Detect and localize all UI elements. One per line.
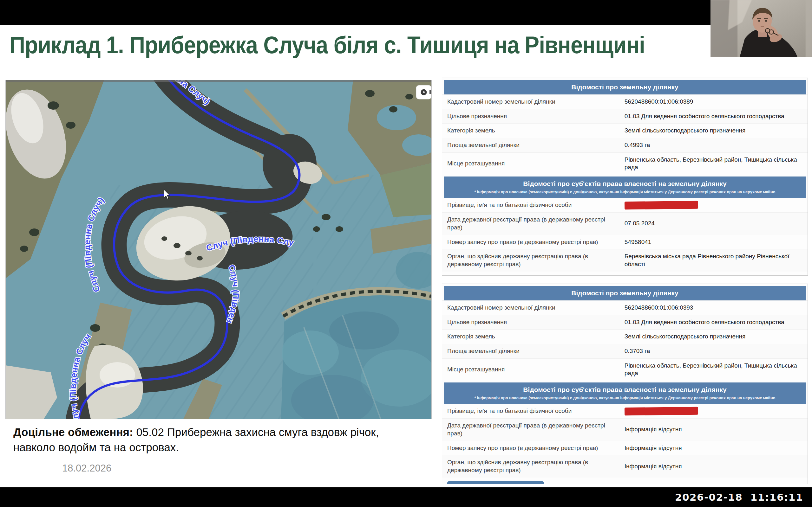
map-caption: Доцільне обмеження: 05.02 Прибережна зах… [13, 425, 385, 455]
row-label: Категорія земель [447, 333, 621, 341]
owners-header-title: Відомості про суб'єктів права власності … [523, 180, 726, 187]
info-row: Місце розташування Рівненська область, Б… [442, 358, 808, 381]
info-row: Кадастровий номер земельної ділянки 5620… [442, 300, 808, 315]
info-row: Орган, що здійснив державну реєстрацію п… [442, 455, 808, 477]
download-pdf-button[interactable]: Завантажити документ в PDF [447, 275, 544, 276]
owners-header-note: * Інформація про власника (землекористув… [447, 396, 803, 400]
owners-header: Відомості про суб'єктів права власності … [444, 176, 806, 198]
row-value: 0.4993 га [621, 141, 803, 149]
info-row: Кадастровий номер земельної ділянки 5620… [442, 95, 808, 109]
owners-header-title: Відомості про суб'єктів права власності … [523, 386, 726, 393]
row-value: Інформація відсутня [621, 444, 803, 452]
info-row: Орган, що здійснив державну реєстрацію п… [442, 249, 808, 271]
slide-date: 18.02.2026 [62, 463, 111, 474]
row-label: Кадастровий номер земельної ділянки [447, 98, 621, 106]
row-value: 0.3703 га [621, 347, 803, 355]
info-row: Номер запису про право (в державному реє… [442, 441, 808, 455]
row-value [621, 407, 803, 415]
row-value [621, 201, 803, 209]
row-label: Орган, що здійснив державну реєстрацію п… [447, 252, 621, 268]
screen: Приклад 1. Прибережка Случа біля с. Тиши… [0, 0, 812, 507]
row-value: Землі сільськогосподарського призначення [621, 333, 803, 341]
row-label: Площа земельної ділянки [447, 347, 621, 355]
info-row: Цільове призначення 01.03 Для ведення ос… [442, 109, 808, 124]
info-row: Прізвище, ім'я та по батькові фізичної о… [442, 404, 808, 418]
row-label: Прізвище, ім'я та по батькові фізичної о… [447, 201, 621, 209]
info-row: Категорія земель Землі сільськогосподарс… [442, 329, 808, 344]
row-value: 54958041 [621, 238, 803, 246]
row-label: Категорія земель [447, 127, 621, 135]
presentation-slide: Приклад 1. Прибережка Случа біля с. Тиши… [0, 25, 812, 487]
row-label: Місце розташування [447, 366, 621, 374]
row-value: 07.05.2024 [621, 220, 803, 228]
row-label: Площа земельної ділянки [447, 141, 621, 149]
row-label: Цільове призначення [447, 112, 621, 120]
row-value: 01.03 Для ведення особистого селянського… [621, 319, 803, 326]
redaction-bar [624, 407, 698, 416]
caption-bold: Доцільне обмеження: [13, 426, 133, 438]
row-label: Номер запису про право (в державному реє… [447, 238, 621, 246]
webcam-video [711, 0, 812, 57]
info-row: Площа земельної ділянки 0.3703 га [442, 344, 808, 358]
slide-title: Приклад 1. Прибережка Случа біля с. Тиши… [9, 31, 752, 59]
row-label: Орган, що здійснив державну реєстрацію п… [447, 458, 621, 474]
row-label: Прізвище, ім'я та по батькові фізичної о… [447, 407, 621, 415]
parcel-info-panel-1: Відомості про земельну ділянку Кадастров… [442, 78, 808, 276]
map-top-shadow [6, 80, 432, 82]
row-value: Землі сільськогосподарського призначення [621, 127, 803, 135]
row-value: 5620488600:01:006:0393 [621, 304, 803, 312]
row-label: Кадастровий номер земельної ділянки [447, 304, 621, 312]
info-row: Номер запису про право (в державному реє… [442, 235, 808, 249]
panel-header: Відомості про земельну ділянку [444, 80, 806, 95]
info-row: Категорія земель Землі сільськогосподарс… [442, 123, 808, 138]
row-value: 01.03 Для ведення особистого селянського… [621, 112, 803, 120]
info-row: Площа земельної ділянки 0.4993 га [442, 138, 808, 153]
row-label: Номер запису про право (в державному реє… [447, 444, 621, 452]
row-value: Інформація відсутня [621, 426, 803, 434]
row-value: Березнівська міська рада Рівненського ра… [621, 252, 803, 268]
redaction-bar [624, 201, 698, 210]
row-label: Дата державної реєстрації права (в держа… [447, 216, 621, 231]
satellite-map[interactable]: (Південна Случ) Случ (Південна Случ) Слу… [6, 80, 432, 419]
info-row: Дата державної реєстрації права (в держа… [442, 418, 808, 441]
panel-header: Відомості про земельну ділянку [444, 286, 806, 300]
owners-header-note: * Інформація про власника (землекористув… [447, 190, 803, 194]
download-pdf-button[interactable]: Завантажити документ в PDF [447, 481, 544, 484]
row-value: Рівненська область, Березнівський район,… [621, 362, 803, 377]
info-row: Прізвище, ім'я та по батькові фізичної о… [442, 198, 808, 212]
info-row: Цільове призначення 01.03 Для ведення ос… [442, 315, 808, 330]
top-black-bar [0, 0, 812, 25]
info-row: Дата державної реєстрації права (в держа… [442, 212, 808, 234]
row-label: Цільове призначення [447, 319, 621, 326]
row-value: 5620488600:01:006:0389 [621, 98, 803, 106]
row-value: Інформація відсутня [621, 463, 803, 470]
parcel-info-panel-2: Відомості про земельну ділянку Кадастров… [442, 284, 808, 484]
row-label: Місце розташування [447, 160, 621, 168]
bottom-black-bar: 2026-02-18 11:16:11 [0, 487, 812, 507]
map-locate-button[interactable] [416, 85, 432, 99]
row-label: Дата державної реєстрації права (в держа… [447, 422, 621, 437]
owners-header: Відомості про суб'єктів права власності … [444, 383, 806, 404]
info-row: Місце розташування Рівненська область, Б… [442, 153, 808, 175]
recording-timestamp: 2026-02-18 11:16:11 [675, 492, 803, 503]
row-value: Рівненська область, Березнівський район,… [621, 156, 803, 171]
